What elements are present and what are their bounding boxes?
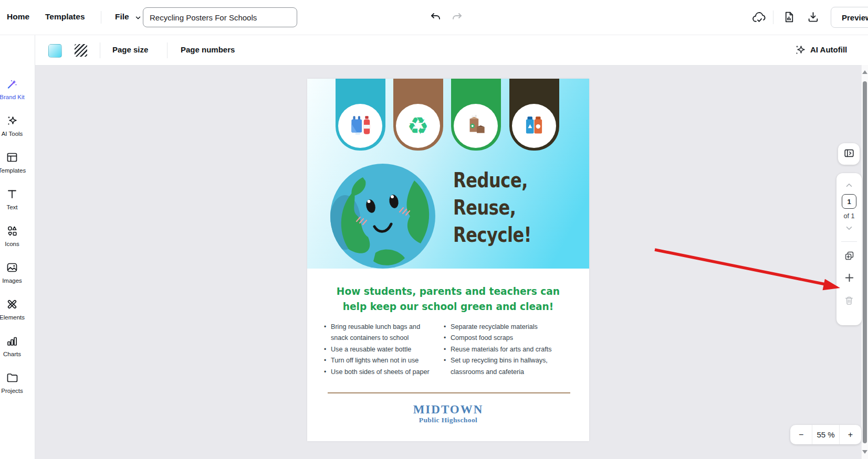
add-page-icon[interactable] xyxy=(843,272,855,284)
scroll-down-arrow[interactable] xyxy=(862,450,867,454)
ai-autofill-button[interactable]: AI Autofill xyxy=(810,45,847,54)
download-icon[interactable] xyxy=(807,10,820,24)
sidebar-item-elements[interactable]: Elements xyxy=(0,298,29,321)
wand-icon xyxy=(6,83,18,92)
bullet-column-right: •Separate recyclable materials •Compost … xyxy=(451,322,569,378)
divider xyxy=(167,42,168,58)
shapes-icon xyxy=(6,230,18,239)
zoom-in-button[interactable]: + xyxy=(840,425,861,444)
sparkles-icon[interactable] xyxy=(794,44,807,58)
sidebar-item-ai-tools[interactable]: AI Tools xyxy=(0,114,29,137)
divider xyxy=(841,241,857,242)
duplicate-page-icon[interactable] xyxy=(844,250,855,261)
sidebar-item-images[interactable]: Images xyxy=(0,261,29,284)
open-notes-panel-button[interactable] xyxy=(838,143,860,165)
trash-icon[interactable] xyxy=(844,295,854,306)
redo-icon[interactable] xyxy=(451,11,464,25)
current-page-indicator[interactable]: 1 xyxy=(842,194,856,209)
file-menu-button[interactable]: File xyxy=(115,12,129,22)
pattern-swatch[interactable] xyxy=(75,44,87,57)
sidebar-item-text[interactable]: Text xyxy=(0,188,29,210)
bin-cardboard[interactable] xyxy=(451,79,501,151)
divider xyxy=(100,42,100,58)
scrollbar-thumb[interactable] xyxy=(863,81,867,443)
home-button[interactable]: Home xyxy=(7,12,29,22)
bin-plastic[interactable] xyxy=(336,79,385,151)
background-color-swatch[interactable] xyxy=(48,44,62,58)
sidebar-item-templates[interactable]: Templates xyxy=(0,151,29,174)
poster-subheading[interactable]: How students, parents and teachers can h… xyxy=(317,284,579,314)
milk-cartons-icon xyxy=(512,104,556,148)
page-numbers-button[interactable]: Page numbers xyxy=(181,45,235,54)
zoom-out-button[interactable]: − xyxy=(790,425,812,444)
vertical-scrollbar[interactable] xyxy=(861,65,868,459)
zoom-level[interactable]: 55 % xyxy=(812,425,839,444)
bin-recycle[interactable]: ♻ xyxy=(393,79,443,151)
earth-illustration[interactable] xyxy=(330,164,435,269)
cardboard-boxes-icon xyxy=(454,104,498,148)
divider xyxy=(101,11,101,24)
plastic-waste-icon xyxy=(338,104,382,148)
page-toolbar: Page size Page numbers AI Autofill xyxy=(35,35,868,66)
left-sidebar: Brand Kit AI Tools Templates Text Icons … xyxy=(0,35,35,459)
undo-icon[interactable] xyxy=(430,11,443,25)
sidebar-item-charts[interactable]: Charts xyxy=(0,335,29,357)
document-report-icon[interactable] xyxy=(782,10,796,24)
image-icon xyxy=(6,266,18,275)
sidebar-item-brand-kit[interactable]: Brand Kit xyxy=(0,78,29,100)
poster-page[interactable]: ♻ xyxy=(307,79,589,441)
sidebar-item-projects[interactable]: Projects xyxy=(0,371,29,394)
chevron-down-icon[interactable] xyxy=(844,223,854,233)
folder-icon xyxy=(6,377,18,386)
chevron-down-icon[interactable] xyxy=(134,14,142,24)
sidebar-item-icons[interactable]: Icons xyxy=(0,225,29,247)
poster-divider-line[interactable] xyxy=(328,392,570,393)
crossed-pencils-icon xyxy=(6,303,18,312)
layout-icon xyxy=(6,156,18,165)
sparkles-icon xyxy=(6,120,18,129)
zoom-controls: − 55 % + xyxy=(790,425,861,444)
bin-cartons[interactable] xyxy=(509,79,559,151)
bar-chart-icon xyxy=(6,340,18,349)
page-navigation-panel: 1 of 1 xyxy=(836,173,862,325)
preview-button[interactable]: Preview xyxy=(831,7,868,28)
poster-heading[interactable]: Reduce, Reuse, Recycle! xyxy=(453,167,531,249)
top-bar: Home Templates File Preview xyxy=(0,0,868,35)
cloud-save-icon[interactable] xyxy=(752,10,766,24)
scroll-up-arrow[interactable] xyxy=(862,70,867,74)
document-title-input[interactable] xyxy=(143,7,297,27)
chevron-up-icon[interactable] xyxy=(844,180,854,190)
recycle-arrows-icon: ♻ xyxy=(396,104,440,148)
bullet-column-left: •Bring reusable lunch bags and snack con… xyxy=(331,322,441,378)
divider xyxy=(773,10,773,24)
templates-button[interactable]: Templates xyxy=(45,12,85,22)
school-logo-subtitle[interactable]: Public Highschool xyxy=(307,416,589,424)
panel-open-icon xyxy=(843,147,855,161)
text-icon xyxy=(6,193,18,202)
page-count-label: of 1 xyxy=(844,212,855,220)
page-size-button[interactable]: Page size xyxy=(112,45,148,54)
school-logo-name[interactable]: MIDTOWN xyxy=(307,403,589,417)
